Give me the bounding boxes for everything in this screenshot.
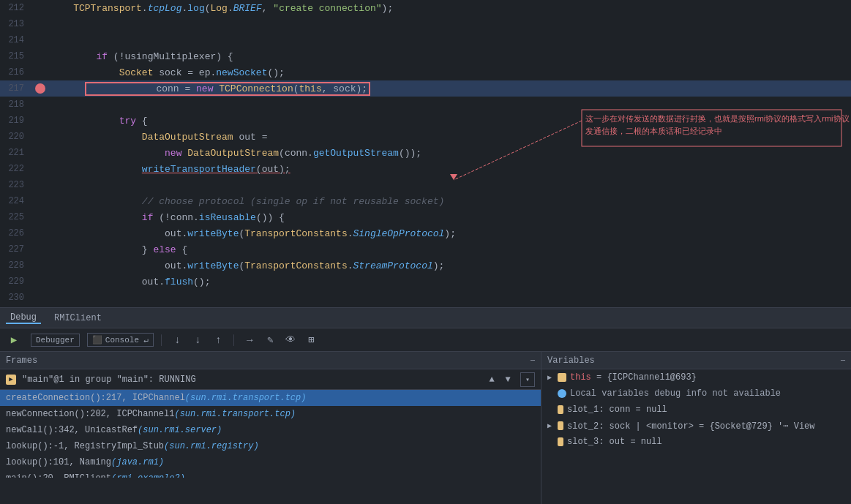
- line-num-217: 217: [0, 83, 33, 94]
- frame-name-2: newCall():342, UnicastRef: [6, 425, 138, 435]
- line-num-225: 225: [0, 212, 33, 222]
- evaluate-button[interactable]: ✎: [262, 332, 278, 348]
- code-line-224: 224 // choose protocol (single op if not…: [0, 193, 851, 209]
- stack-frame-1[interactable]: newConnection():202, ICPChannel1 (sun.rm…: [0, 406, 541, 422]
- code-line-220: 220 DataOutputStream out =: [0, 129, 851, 145]
- separator-1: [161, 334, 162, 346]
- frames-panel: Frames — ▶ "main"@1 in group "main": RUN…: [0, 352, 541, 504]
- code-line-221: 221 new DataOutputStream(conn.getOutputS…: [0, 145, 851, 161]
- debugger-label: Debugger: [36, 336, 75, 345]
- frame-name-4: lookup():101, Naming: [6, 457, 111, 467]
- console-tab[interactable]: ⬛ Console ↵: [87, 333, 154, 347]
- debug-panel: Debug RMIClient ▶ Debugger ⬛ Console ↵ ↓…: [0, 307, 851, 504]
- code-content-226: out.writeByte(TransportConstants.SingleO…: [48, 228, 851, 239]
- code-content-212: TCPTransport.tcpLog.log(Log.BRIEF, "crea…: [48, 3, 851, 14]
- stack-frame-2[interactable]: newCall():342, UnicastRef (sun.rmi.serve…: [0, 422, 541, 438]
- stack-frame-4[interactable]: lookup():101, Naming (java.rmi): [0, 454, 541, 470]
- line-num-221: 221: [0, 148, 33, 158]
- frame-name-5: main():20, RMIClient: [6, 473, 111, 478]
- var-icon-this: [558, 373, 566, 382]
- line-num-215: 215: [0, 51, 33, 61]
- var-text-this: this = {ICPChannel1@693}: [570, 372, 697, 383]
- line-num-218: 218: [0, 99, 33, 110]
- step-over-button[interactable]: ↓: [169, 332, 185, 348]
- line-num-224: 224: [0, 196, 33, 206]
- code-line-231: 231: [0, 306, 851, 307]
- line-num-228: 228: [0, 260, 33, 271]
- frame-italic-2: (sun.rmi.server): [138, 425, 222, 435]
- line-num-222: 222: [0, 164, 33, 174]
- stack-frame-0[interactable]: createConnection():217, ICPChannel (sun.…: [0, 390, 541, 406]
- code-line-230: 230: [0, 290, 851, 306]
- breakpoint-icon: [35, 83, 45, 94]
- running-dropdown[interactable]: ▾: [520, 372, 535, 387]
- gutter-217: [33, 83, 48, 94]
- frames-running: ▶ "main"@1 in group "main": RUNNING ▲ ▼ …: [0, 369, 541, 390]
- frame-name-0: createConnection():217, ICPChannel: [6, 393, 185, 403]
- var-text-slot2: slot_2: sock | <monitor> = {Socket@729} …: [567, 421, 814, 432]
- var-item-slot3[interactable]: slot_3: out = null: [541, 434, 851, 450]
- debugger-tab[interactable]: Debugger: [31, 334, 80, 347]
- code-editor: 这一步在对传发送的数据进行封换，也就是按照rmi协议的格式写入rmi协议 发通信…: [0, 0, 851, 307]
- var-icon-slot2: [558, 421, 563, 430]
- tab-rmiclient[interactable]: RMIClient: [50, 313, 106, 323]
- line-num-227: 227: [0, 244, 33, 255]
- var-item-this[interactable]: ▶ this = {ICPChannel1@693}: [541, 369, 851, 385]
- stack-frames: createConnection():217, ICPChannel (sun.…: [0, 390, 541, 478]
- code-content-224: // choose protocol (single op if not reu…: [48, 196, 851, 207]
- line-num-220: 220: [0, 132, 33, 142]
- code-content-215: if (!usingMultiplexer) {: [48, 51, 851, 62]
- line-num-219: 219: [0, 116, 33, 126]
- debug-toolbar: ▶ Debugger ⬛ Console ↵ ↓ ↓ ↑ → ✎ 👁 ⊞: [0, 328, 851, 352]
- stack-frame-5[interactable]: main():20, RMIClient (rmi.example2): [0, 470, 541, 478]
- debug-content: Frames — ▶ "main"@1 in group "main": RUN…: [0, 352, 851, 504]
- code-line-225: 225 if (!conn.isReusable()) {: [0, 209, 851, 225]
- var-item-slot1[interactable]: slot_1: conn = null: [541, 402, 851, 418]
- code-line-226: 226 out.writeByte(TransportConstants.Sin…: [0, 225, 851, 241]
- variables-collapse-button[interactable]: —: [841, 356, 845, 364]
- stack-frame-3[interactable]: lookup():-1, RegistryImpl_Stub (sun.rmi.…: [0, 438, 541, 454]
- code-line-223: 223: [0, 177, 851, 193]
- code-content-229: out.flush();: [48, 277, 851, 287]
- line-num-226: 226: [0, 228, 33, 238]
- up-arrow-button[interactable]: ▲: [485, 373, 498, 386]
- debug-tabs: Debug RMIClient: [0, 308, 851, 328]
- code-line-219: 219 try {: [0, 113, 851, 129]
- frame-italic-4: (java.rmi): [111, 457, 164, 467]
- code-line-215: 215 if (!usingMultiplexer) {: [0, 48, 851, 64]
- down-arrow-button[interactable]: ▼: [501, 373, 514, 386]
- frame-italic-0: (sun.rmi.transport.tcp): [185, 393, 307, 403]
- code-line-229: 229 out.flush();: [0, 274, 851, 290]
- frame-italic-3: (sun.rmi.registry): [164, 441, 259, 451]
- frame-italic-1: (sun.rmi.transport.tcp): [174, 409, 296, 419]
- line-num-230: 230: [0, 293, 33, 303]
- variables-header: Variables —: [541, 352, 851, 369]
- settings-button[interactable]: ⊞: [303, 332, 319, 348]
- variables-title: Variables: [547, 356, 595, 366]
- watches-button[interactable]: 👁: [282, 332, 299, 348]
- frames-header: Frames —: [0, 352, 541, 369]
- var-item-slot2[interactable]: ▶ slot_2: sock | <monitor> = {Socket@729…: [541, 418, 851, 434]
- run-to-cursor-button[interactable]: →: [241, 332, 258, 348]
- line-num-223: 223: [0, 180, 33, 190]
- code-line-227: 227 } else {: [0, 241, 851, 257]
- var-text-slot3: slot_3: out = null: [567, 437, 662, 447]
- expand-this[interactable]: ▶: [547, 373, 558, 382]
- tab-debug[interactable]: Debug: [6, 312, 41, 324]
- step-out-button[interactable]: ↑: [210, 332, 226, 348]
- console-icon: ⬛: [92, 335, 102, 345]
- step-into-button[interactable]: ↓: [190, 332, 206, 348]
- frames-collapse-button[interactable]: —: [531, 356, 535, 364]
- running-text: "main"@1 in group "main": RUNNING: [22, 375, 479, 385]
- var-icon-slot3: [558, 437, 563, 446]
- code-line-214: 214: [0, 32, 851, 48]
- var-icon-slot1: [558, 405, 563, 414]
- resume-button[interactable]: ▶: [6, 332, 22, 348]
- line-num-229: 229: [0, 277, 33, 287]
- line-num-212: 212: [0, 3, 33, 13]
- code-line-222: 222 writeTransportHeader(out);: [0, 161, 851, 177]
- code-content-225: if (!conn.isReusable()) {: [48, 212, 851, 223]
- frames-title: Frames: [6, 356, 37, 366]
- line-num-214: 214: [0, 35, 33, 45]
- expand-slot2[interactable]: ▶: [547, 421, 558, 430]
